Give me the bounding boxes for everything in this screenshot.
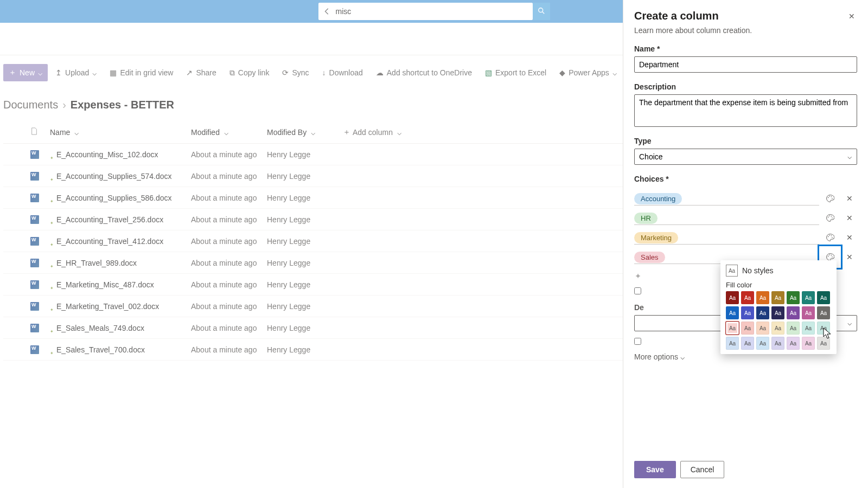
choice-pill-area[interactable]: Marketing: [634, 231, 819, 245]
color-swatch[interactable]: Aa: [771, 337, 784, 350]
color-swatch[interactable]: Aa: [741, 291, 754, 304]
svg-point-5: [832, 198, 833, 199]
export-excel-label: Export to Excel: [495, 68, 546, 77]
svg-point-9: [832, 217, 833, 219]
file-name[interactable]: E_Sales_Travel_700.docx: [56, 345, 145, 354]
plus-icon[interactable]: ＋: [634, 271, 642, 281]
modified-column-header[interactable]: Modified ⌵: [191, 128, 267, 137]
color-swatch[interactable]: Aa: [771, 291, 784, 304]
upload-button[interactable]: ↥ Upload ⌵: [50, 64, 102, 81]
excel-icon: ▧: [485, 68, 492, 77]
color-swatch[interactable]: Aa: [771, 306, 784, 319]
file-name[interactable]: E_Sales_Meals_749.docx: [56, 324, 144, 332]
color-swatch[interactable]: Aa: [787, 306, 800, 319]
checkbox-option-2[interactable]: [634, 338, 641, 345]
file-name[interactable]: E_Accounting_Travel_256.docx: [56, 215, 163, 224]
choice-row: Accounting ✕: [634, 191, 857, 206]
choice-pill-area[interactable]: HR: [634, 211, 819, 225]
color-swatch[interactable]: Aa: [726, 306, 739, 319]
power-apps-button[interactable]: ◆ Power Apps ⌵: [554, 64, 622, 81]
file-name[interactable]: E_Accounting_Travel_412.docx: [56, 237, 163, 246]
no-style-swatch[interactable]: Aa: [726, 265, 738, 277]
new-label: New: [20, 68, 35, 77]
search-wrap: [318, 3, 550, 20]
cancel-button[interactable]: Cancel: [680, 461, 725, 478]
name-column-header[interactable]: Name ⌵: [50, 128, 191, 137]
file-name[interactable]: E_HR_Travel_989.docx: [56, 259, 137, 267]
color-swatch[interactable]: Aa: [802, 306, 815, 319]
color-swatch[interactable]: Aa: [771, 322, 784, 335]
svg-point-3: [829, 196, 830, 197]
save-button[interactable]: Save: [634, 461, 676, 478]
file-name[interactable]: E_Marketing_Travel_002.docx: [56, 302, 159, 311]
powerapps-icon: ◆: [559, 68, 565, 77]
search-box[interactable]: [318, 3, 533, 20]
panel-subtitle-link[interactable]: Learn more about column creation.: [634, 26, 857, 35]
search-button[interactable]: [533, 3, 550, 20]
file-type-icon: [30, 345, 50, 354]
close-button[interactable]: ✕: [846, 10, 857, 23]
color-swatch[interactable]: Aa: [787, 337, 800, 350]
choice-remove-button[interactable]: ✕: [842, 230, 857, 245]
export-excel-button[interactable]: ▧ Export to Excel: [480, 64, 552, 81]
choice-color-button[interactable]: [822, 191, 838, 206]
choice-pill-area[interactable]: Accounting: [634, 192, 819, 206]
add-column-label: Add column: [353, 128, 393, 137]
choice-remove-button[interactable]: ✕: [842, 210, 857, 226]
checkbox-option[interactable]: [634, 287, 641, 294]
color-swatch[interactable]: Aa: [787, 322, 800, 335]
color-swatch[interactable]: Aa: [817, 322, 830, 335]
color-swatch[interactable]: Aa: [756, 306, 769, 319]
sync-button[interactable]: ⟳ Sync: [277, 64, 314, 81]
sync-icon: ⟳: [282, 68, 289, 77]
color-swatch[interactable]: Aa: [817, 337, 830, 350]
color-swatch[interactable]: Aa: [756, 337, 769, 350]
color-swatch[interactable]: Aa: [726, 337, 739, 350]
choice-remove-button[interactable]: ✕: [842, 249, 857, 265]
color-swatch[interactable]: Aa: [726, 291, 739, 304]
new-button[interactable]: ＋ New ⌵: [3, 64, 48, 81]
add-shortcut-button[interactable]: ☁ Add shortcut to OneDrive: [371, 64, 477, 81]
color-swatch[interactable]: Aa: [756, 322, 769, 335]
add-column-button[interactable]: ＋ Add column ⌵: [343, 127, 419, 137]
file-name[interactable]: E_Accounting_Supplies_574.docx: [56, 172, 172, 181]
svg-point-15: [829, 254, 830, 255]
color-swatch[interactable]: Aa: [817, 306, 830, 319]
file-name[interactable]: E_Accounting_Supplies_586.docx: [56, 194, 172, 202]
type-column-header[interactable]: [30, 127, 50, 137]
file-name[interactable]: E_Marketing_Misc_487.docx: [56, 280, 154, 289]
choice-color-button[interactable]: [822, 230, 838, 245]
color-swatch[interactable]: Aa: [741, 337, 754, 350]
color-swatch[interactable]: Aa: [787, 291, 800, 304]
choice-color-button[interactable]: [822, 210, 838, 226]
edit-grid-button[interactable]: ▦ Edit in grid view: [104, 64, 178, 81]
new-indicator-icon: [50, 326, 54, 330]
chevron-down-icon: ⌵: [92, 68, 97, 77]
file-type-icon: [30, 150, 50, 159]
new-indicator-icon: [50, 217, 54, 222]
color-swatch[interactable]: Aa: [741, 322, 754, 335]
color-swatch[interactable]: Aa: [817, 291, 830, 304]
share-button[interactable]: ↗ Share: [181, 64, 221, 81]
description-field[interactable]: The department that the expense item is …: [634, 94, 857, 127]
modified-cell: About a minute ago: [191, 237, 267, 246]
type-field-label: Type: [634, 137, 857, 145]
download-button[interactable]: ↓ Download: [317, 64, 368, 81]
color-swatch[interactable]: Aa: [802, 322, 815, 335]
copy-link-button[interactable]: ⧉ Copy link: [224, 64, 275, 81]
choice-pill: HR: [634, 213, 658, 224]
back-arrow-icon[interactable]: [323, 7, 331, 16]
modified-cell: About a minute ago: [191, 280, 267, 289]
name-field[interactable]: [634, 56, 857, 73]
modified-by-column-header[interactable]: Modified By ⌵: [267, 128, 343, 137]
breadcrumb-root[interactable]: Documents: [3, 99, 58, 111]
color-swatch[interactable]: Aa: [741, 306, 754, 319]
color-swatch[interactable]: Aa: [802, 291, 815, 304]
file-name[interactable]: E_Accounting_Misc_102.docx: [56, 150, 158, 159]
choice-remove-button[interactable]: ✕: [842, 191, 857, 206]
type-select[interactable]: Choice: [634, 149, 857, 165]
color-swatch[interactable]: Aa: [756, 291, 769, 304]
search-input[interactable]: [336, 7, 528, 16]
color-swatch[interactable]: Aa: [802, 337, 815, 350]
color-swatch[interactable]: Aa: [726, 322, 739, 335]
